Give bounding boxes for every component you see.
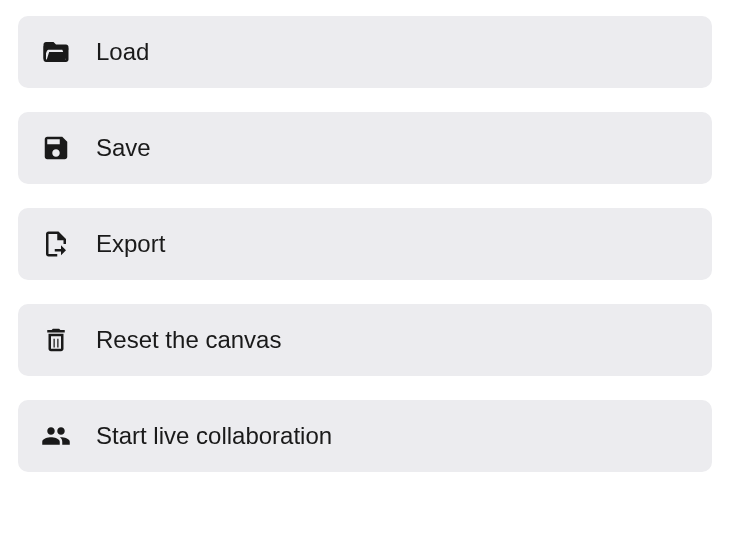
menu-item-label: Save	[96, 136, 151, 160]
save-icon	[40, 132, 72, 164]
folder-open-icon	[40, 36, 72, 68]
export-icon	[40, 228, 72, 260]
menu-item-label: Load	[96, 40, 149, 64]
menu-list: Load Save Export Reset the canvas Start …	[18, 16, 712, 472]
trash-icon	[40, 324, 72, 356]
menu-item-label: Reset the canvas	[96, 328, 281, 352]
menu-item-reset-canvas[interactable]: Reset the canvas	[18, 304, 712, 376]
menu-item-load[interactable]: Load	[18, 16, 712, 88]
menu-item-save[interactable]: Save	[18, 112, 712, 184]
menu-item-live-collaboration[interactable]: Start live collaboration	[18, 400, 712, 472]
menu-item-label: Start live collaboration	[96, 424, 332, 448]
people-icon	[40, 420, 72, 452]
menu-item-label: Export	[96, 232, 165, 256]
menu-item-export[interactable]: Export	[18, 208, 712, 280]
